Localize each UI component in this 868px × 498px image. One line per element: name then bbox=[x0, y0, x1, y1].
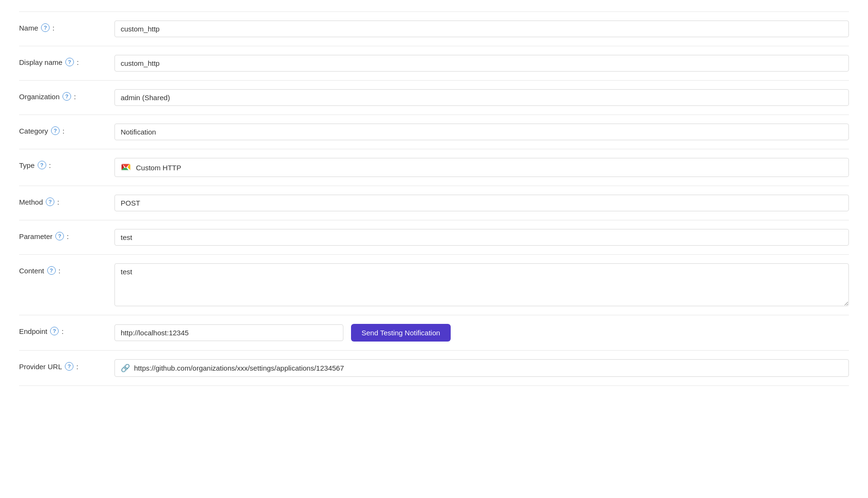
provider-url-text: https://github.com/organizations/xxx/set… bbox=[134, 364, 344, 372]
form-container: Name ? : Display name ? : Organization ?… bbox=[0, 0, 868, 397]
endpoint-label: Endpoint bbox=[19, 327, 47, 335]
category-value-col bbox=[114, 124, 849, 140]
method-label-col: Method ? : bbox=[19, 195, 114, 206]
method-row: Method ? : bbox=[19, 186, 849, 220]
provider-url-value-col: 🔗 https://github.com/organizations/xxx/s… bbox=[114, 359, 849, 377]
organization-help-icon[interactable]: ? bbox=[62, 92, 71, 101]
content-help-icon[interactable]: ? bbox=[47, 266, 56, 275]
endpoint-help-icon[interactable]: ? bbox=[50, 327, 59, 335]
endpoint-label-col: Endpoint ? : bbox=[19, 324, 114, 335]
type-value-col: Custom HTTP bbox=[114, 158, 849, 177]
organization-value-col bbox=[114, 89, 849, 106]
endpoint-input-row: Send Testing Notification bbox=[114, 324, 849, 342]
method-value-col bbox=[114, 195, 849, 211]
parameter-value-col bbox=[114, 229, 849, 246]
name-label-col: Name ? : bbox=[19, 21, 114, 32]
provider-url-help-icon[interactable]: ? bbox=[65, 362, 73, 371]
method-help-icon[interactable]: ? bbox=[46, 197, 54, 206]
type-label-col: Type ? : bbox=[19, 158, 114, 169]
provider-url-row: Provider URL ? : 🔗 https://github.com/or… bbox=[19, 351, 849, 386]
content-value-col bbox=[114, 263, 849, 306]
organization-label-col: Organization ? : bbox=[19, 89, 114, 101]
display-name-input[interactable] bbox=[114, 55, 849, 72]
provider-url-label: Provider URL bbox=[19, 363, 62, 371]
name-label: Name bbox=[19, 24, 38, 32]
name-row: Name ? : bbox=[19, 11, 849, 46]
provider-url-label-col: Provider URL ? : bbox=[19, 359, 114, 371]
organization-label: Organization bbox=[19, 93, 60, 101]
parameter-label: Parameter bbox=[19, 232, 52, 240]
type-help-icon[interactable]: ? bbox=[38, 161, 46, 169]
type-label: Type bbox=[19, 161, 35, 169]
method-input[interactable] bbox=[114, 195, 849, 211]
display-name-row: Display name ? : bbox=[19, 46, 849, 81]
content-textarea[interactable] bbox=[114, 263, 849, 306]
name-input[interactable] bbox=[114, 21, 849, 37]
category-label: Category bbox=[19, 127, 48, 135]
category-input[interactable] bbox=[114, 124, 849, 140]
display-name-help-icon[interactable]: ? bbox=[65, 58, 74, 66]
parameter-label-col: Parameter ? : bbox=[19, 229, 114, 240]
category-help-icon[interactable]: ? bbox=[51, 126, 60, 135]
display-name-label: Display name bbox=[19, 58, 62, 66]
parameter-row: Parameter ? : bbox=[19, 220, 849, 255]
link-icon: 🔗 bbox=[121, 363, 130, 373]
organization-row: Organization ? : bbox=[19, 81, 849, 115]
name-help-icon[interactable]: ? bbox=[41, 23, 50, 32]
content-label-col: Content ? : bbox=[19, 263, 114, 275]
parameter-input[interactable] bbox=[114, 229, 849, 246]
display-name-label-col: Display name ? : bbox=[19, 55, 114, 66]
parameter-help-icon[interactable]: ? bbox=[55, 232, 64, 240]
type-value-text: Custom HTTP bbox=[136, 164, 181, 172]
custom-http-icon bbox=[121, 162, 131, 173]
send-testing-notification-button[interactable]: Send Testing Notification bbox=[351, 324, 451, 342]
endpoint-value-col: Send Testing Notification bbox=[114, 324, 849, 342]
category-row: Category ? : bbox=[19, 115, 849, 149]
provider-url-field: 🔗 https://github.com/organizations/xxx/s… bbox=[114, 359, 849, 377]
organization-input[interactable] bbox=[114, 89, 849, 106]
endpoint-row: Endpoint ? : Send Testing Notification bbox=[19, 315, 849, 351]
name-value-col bbox=[114, 21, 849, 37]
type-field: Custom HTTP bbox=[114, 158, 849, 177]
display-name-value-col bbox=[114, 55, 849, 72]
type-row: Type ? : Custom HTTP bbox=[19, 149, 849, 186]
category-label-col: Category ? : bbox=[19, 124, 114, 135]
method-label: Method bbox=[19, 198, 43, 206]
endpoint-input[interactable] bbox=[114, 324, 343, 341]
content-row: Content ? : bbox=[19, 255, 849, 315]
content-label: Content bbox=[19, 267, 44, 275]
